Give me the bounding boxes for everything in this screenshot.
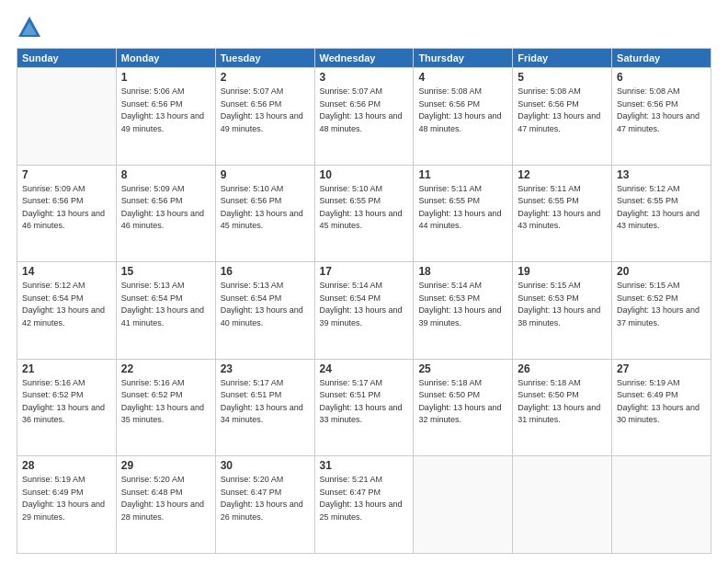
daylight-label: Daylight: 13 hours and 43 minutes. bbox=[518, 209, 600, 231]
sunrise-label: Sunrise: 5:17 AM bbox=[320, 378, 383, 387]
day-number: 22 bbox=[121, 362, 210, 375]
day-number: 15 bbox=[121, 265, 210, 278]
day-number: 5 bbox=[518, 71, 607, 84]
calendar-cell: 9Sunrise: 5:10 AMSunset: 6:56 PMDaylight… bbox=[215, 165, 314, 262]
sunset-label: Sunset: 6:55 PM bbox=[518, 196, 579, 205]
sunrise-label: Sunrise: 5:15 AM bbox=[518, 281, 581, 290]
daylight-label: Daylight: 13 hours and 45 minutes. bbox=[221, 209, 303, 231]
week-row-1: 1Sunrise: 5:06 AMSunset: 6:56 PMDaylight… bbox=[17, 68, 711, 166]
sunset-label: Sunset: 6:50 PM bbox=[518, 390, 579, 399]
day-info: Sunrise: 5:11 AMSunset: 6:55 PMDaylight:… bbox=[418, 183, 507, 233]
sunrise-label: Sunrise: 5:15 AM bbox=[617, 281, 680, 290]
weekday-header-sunday: Sunday bbox=[17, 49, 117, 68]
sunrise-label: Sunrise: 5:21 AM bbox=[320, 475, 383, 484]
day-number: 3 bbox=[320, 71, 409, 84]
sunrise-label: Sunrise: 5:17 AM bbox=[221, 378, 284, 387]
sunrise-label: Sunrise: 5:10 AM bbox=[320, 184, 383, 193]
day-number: 28 bbox=[22, 459, 111, 472]
daylight-label: Daylight: 13 hours and 28 minutes. bbox=[121, 500, 204, 522]
weekday-header-thursday: Thursday bbox=[414, 49, 513, 68]
day-number: 20 bbox=[617, 265, 706, 278]
calendar-cell: 23Sunrise: 5:17 AMSunset: 6:51 PMDayligh… bbox=[215, 359, 314, 456]
sunrise-label: Sunrise: 5:14 AM bbox=[418, 281, 482, 290]
calendar-cell: 21Sunrise: 5:16 AMSunset: 6:52 PMDayligh… bbox=[17, 359, 117, 456]
sunset-label: Sunset: 6:49 PM bbox=[617, 390, 678, 399]
day-number: 6 bbox=[617, 71, 706, 84]
sunrise-label: Sunrise: 5:08 AM bbox=[617, 86, 680, 96]
day-info: Sunrise: 5:07 AMSunset: 6:56 PMDaylight:… bbox=[221, 86, 310, 135]
day-info: Sunrise: 5:12 AMSunset: 6:55 PMDaylight:… bbox=[617, 183, 706, 233]
calendar-cell: 30Sunrise: 5:20 AMSunset: 6:47 PMDayligh… bbox=[215, 456, 314, 554]
day-info: Sunrise: 5:14 AMSunset: 6:54 PMDaylight:… bbox=[320, 280, 409, 329]
sunset-label: Sunset: 6:53 PM bbox=[418, 293, 480, 303]
day-info: Sunrise: 5:13 AMSunset: 6:54 PMDaylight:… bbox=[121, 280, 210, 329]
sunset-label: Sunset: 6:52 PM bbox=[22, 390, 84, 399]
sunrise-label: Sunrise: 5:19 AM bbox=[22, 475, 85, 484]
day-info: Sunrise: 5:09 AMSunset: 6:56 PMDaylight:… bbox=[22, 183, 111, 233]
sunrise-label: Sunrise: 5:13 AM bbox=[121, 281, 185, 290]
calendar-cell: 4Sunrise: 5:08 AMSunset: 6:56 PMDaylight… bbox=[414, 68, 513, 166]
sunset-label: Sunset: 6:55 PM bbox=[320, 196, 381, 205]
sunrise-label: Sunrise: 5:20 AM bbox=[121, 475, 185, 484]
calendar-cell: 8Sunrise: 5:09 AMSunset: 6:56 PMDaylight… bbox=[116, 165, 215, 262]
sunset-label: Sunset: 6:56 PM bbox=[121, 99, 183, 109]
calendar-cell: 20Sunrise: 5:15 AMSunset: 6:52 PMDayligh… bbox=[612, 262, 711, 360]
sunset-label: Sunset: 6:55 PM bbox=[418, 196, 480, 205]
calendar-cell bbox=[17, 68, 117, 166]
day-info: Sunrise: 5:18 AMSunset: 6:50 PMDaylight:… bbox=[418, 377, 507, 427]
calendar-cell: 28Sunrise: 5:19 AMSunset: 6:49 PMDayligh… bbox=[17, 456, 117, 554]
weekday-header-wednesday: Wednesday bbox=[314, 49, 414, 68]
sunset-label: Sunset: 6:54 PM bbox=[22, 293, 84, 303]
weekday-header-monday: Monday bbox=[116, 49, 215, 68]
sunset-label: Sunset: 6:56 PM bbox=[617, 99, 678, 109]
sunrise-label: Sunrise: 5:19 AM bbox=[617, 378, 680, 387]
sunset-label: Sunset: 6:48 PM bbox=[121, 488, 183, 497]
sunrise-label: Sunrise: 5:11 AM bbox=[518, 184, 581, 193]
daylight-label: Daylight: 13 hours and 48 minutes. bbox=[320, 111, 403, 133]
calendar-cell: 1Sunrise: 5:06 AMSunset: 6:56 PMDaylight… bbox=[116, 68, 215, 166]
daylight-label: Daylight: 13 hours and 34 minutes. bbox=[221, 403, 303, 425]
day-number: 31 bbox=[320, 459, 409, 472]
calendar-cell: 7Sunrise: 5:09 AMSunset: 6:56 PMDaylight… bbox=[17, 165, 117, 262]
day-number: 21 bbox=[22, 362, 111, 375]
header bbox=[17, 15, 711, 40]
sunrise-label: Sunrise: 5:18 AM bbox=[518, 378, 581, 387]
sunrise-label: Sunrise: 5:10 AM bbox=[221, 184, 284, 193]
week-row-3: 14Sunrise: 5:12 AMSunset: 6:54 PMDayligh… bbox=[17, 262, 711, 360]
day-number: 16 bbox=[221, 265, 310, 278]
calendar-cell: 29Sunrise: 5:20 AMSunset: 6:48 PMDayligh… bbox=[116, 456, 215, 554]
sunrise-label: Sunrise: 5:08 AM bbox=[418, 86, 482, 96]
sunset-label: Sunset: 6:47 PM bbox=[320, 488, 381, 497]
page: SundayMondayTuesdayWednesdayThursdayFrid… bbox=[0, 0, 728, 563]
daylight-label: Daylight: 13 hours and 35 minutes. bbox=[121, 403, 204, 425]
day-info: Sunrise: 5:20 AMSunset: 6:48 PMDaylight:… bbox=[121, 474, 210, 523]
day-info: Sunrise: 5:21 AMSunset: 6:47 PMDaylight:… bbox=[320, 474, 409, 523]
day-info: Sunrise: 5:16 AMSunset: 6:52 PMDaylight:… bbox=[121, 377, 210, 427]
sunset-label: Sunset: 6:56 PM bbox=[221, 99, 282, 109]
daylight-label: Daylight: 13 hours and 42 minutes. bbox=[22, 305, 105, 327]
daylight-label: Daylight: 13 hours and 46 minutes. bbox=[121, 209, 204, 231]
calendar-cell: 27Sunrise: 5:19 AMSunset: 6:49 PMDayligh… bbox=[612, 359, 711, 456]
daylight-label: Daylight: 13 hours and 30 minutes. bbox=[617, 403, 700, 425]
day-info: Sunrise: 5:11 AMSunset: 6:55 PMDaylight:… bbox=[518, 183, 607, 233]
calendar-cell: 22Sunrise: 5:16 AMSunset: 6:52 PMDayligh… bbox=[116, 359, 215, 456]
daylight-label: Daylight: 13 hours and 38 minutes. bbox=[518, 305, 600, 327]
calendar-cell: 26Sunrise: 5:18 AMSunset: 6:50 PMDayligh… bbox=[513, 359, 612, 456]
daylight-label: Daylight: 13 hours and 39 minutes. bbox=[418, 305, 501, 327]
day-info: Sunrise: 5:09 AMSunset: 6:56 PMDaylight:… bbox=[121, 183, 210, 233]
day-info: Sunrise: 5:17 AMSunset: 6:51 PMDaylight:… bbox=[320, 377, 409, 427]
day-number: 19 bbox=[518, 265, 607, 278]
sunrise-label: Sunrise: 5:12 AM bbox=[22, 281, 85, 290]
daylight-label: Daylight: 13 hours and 49 minutes. bbox=[121, 111, 204, 133]
daylight-label: Daylight: 13 hours and 47 minutes. bbox=[518, 111, 600, 133]
day-info: Sunrise: 5:10 AMSunset: 6:55 PMDaylight:… bbox=[320, 183, 409, 233]
sunset-label: Sunset: 6:52 PM bbox=[617, 293, 678, 303]
calendar-cell: 25Sunrise: 5:18 AMSunset: 6:50 PMDayligh… bbox=[414, 359, 513, 456]
sunset-label: Sunset: 6:51 PM bbox=[320, 390, 381, 399]
daylight-label: Daylight: 13 hours and 43 minutes. bbox=[617, 209, 700, 231]
daylight-label: Daylight: 13 hours and 44 minutes. bbox=[418, 209, 501, 231]
calendar-cell bbox=[414, 456, 513, 554]
calendar-cell: 3Sunrise: 5:07 AMSunset: 6:56 PMDaylight… bbox=[314, 68, 414, 166]
day-number: 9 bbox=[221, 168, 310, 181]
daylight-label: Daylight: 13 hours and 36 minutes. bbox=[22, 403, 105, 425]
